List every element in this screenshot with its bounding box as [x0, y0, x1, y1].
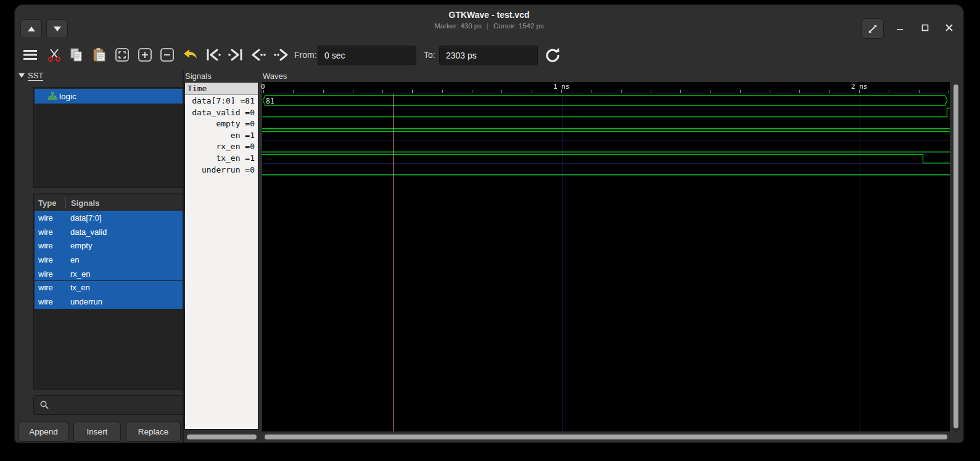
skip-to-end-icon: [228, 48, 244, 62]
gtkwave-window: GTKWave - test.vcd Marker: 430 ps|Cursor…: [15, 5, 963, 443]
signals-table: Type Signals wiredata[7:0] wiredata_vali…: [33, 194, 197, 390]
insert-button[interactable]: Insert: [73, 422, 121, 442]
window-title: GTKWave - test.vcd: [15, 10, 963, 20]
replace-button[interactable]: Replace: [126, 422, 181, 442]
table-row[interactable]: wiredata_valid: [35, 225, 196, 239]
screenshot-stage: GTKWave - test.vcd Marker: 430 ps|Cursor…: [0, 0, 980, 461]
column-header-signals[interactable]: Signals: [66, 198, 99, 208]
reload-button[interactable]: [543, 45, 562, 65]
trace-data-bus: [263, 96, 947, 105]
step-back-icon: [250, 48, 266, 62]
wave-timebar[interactable]: 0 1 ns 2 ns: [262, 82, 950, 94]
reload-icon: [545, 47, 560, 62]
window-status: Marker: 430 ps|Cursor: 1542 ps: [15, 22, 963, 30]
zoom-fit-button[interactable]: [113, 45, 131, 65]
signal-value-row[interactable]: rx_en =0: [185, 141, 258, 153]
tree-item-logic[interactable]: logic: [35, 89, 196, 104]
signal-value-row[interactable]: data[7:0] =81: [185, 96, 258, 107]
tree-item-label: logic: [59, 92, 76, 101]
signal-value-row[interactable]: en =1: [185, 130, 258, 142]
copy-button[interactable]: [67, 45, 86, 65]
to-input[interactable]: [439, 46, 538, 65]
table-row[interactable]: wirerx_en: [35, 267, 196, 281]
table-row[interactable]: wiretx_en: [35, 281, 196, 295]
sst-label: SST: [28, 71, 43, 80]
signal-value-row[interactable]: underrun =0: [185, 165, 258, 176]
panel-divider-left[interactable]: [183, 70, 184, 443]
waves-area[interactable]: 0 1 ns 2 ns: [262, 82, 950, 431]
menu-button[interactable]: [21, 45, 39, 65]
waves-panel-label: Waves: [263, 71, 287, 81]
waves-vscrollbar-thumb[interactable]: [953, 84, 958, 428]
bus-value-label: 81: [266, 97, 274, 105]
from-input[interactable]: [318, 46, 416, 65]
copy-icon: [69, 47, 84, 62]
timebar-ticks: [263, 90, 950, 93]
signals-panel-label: Signals: [185, 71, 212, 81]
wave-canvas[interactable]: 81: [262, 94, 950, 431]
signals-hscrollbar-thumb[interactable]: [187, 434, 257, 439]
scissors-icon: [47, 47, 62, 62]
waves-hscrollbar-thumb[interactable]: [265, 434, 947, 439]
maximize-icon: [921, 24, 929, 31]
table-row[interactable]: wireunderrun: [35, 295, 196, 309]
search-input[interactable]: [54, 400, 192, 410]
search-icon: [40, 401, 49, 409]
trace-data-valid: [262, 108, 950, 117]
maximize-button[interactable]: [916, 18, 934, 37]
zoom-in-icon: [138, 47, 152, 62]
zoom-in-button[interactable]: [136, 45, 154, 65]
step-forward-button[interactable]: [272, 45, 290, 65]
paste-icon: [92, 47, 107, 62]
table-row[interactable]: wiredata[7:0]: [35, 211, 196, 225]
menu-icon: [23, 50, 37, 60]
zoom-out-button[interactable]: [158, 45, 176, 65]
close-button[interactable]: [940, 18, 958, 37]
status-separator: |: [487, 22, 488, 30]
titlebar: GTKWave - test.vcd Marker: 430 ps|Cursor…: [15, 5, 963, 39]
waves-hscrollbar[interactable]: [262, 433, 950, 441]
cut-button[interactable]: [45, 45, 64, 65]
wave-traces: [262, 96, 950, 175]
undo-icon: [182, 48, 198, 62]
minimize-icon: [896, 24, 904, 31]
skip-to-start-button[interactable]: [204, 45, 223, 65]
toolbar: From: To:: [15, 39, 963, 70]
signals-table-header[interactable]: Type Signals: [35, 195, 196, 211]
signals-hscrollbar[interactable]: [186, 433, 258, 441]
skip-to-start-icon: [205, 48, 221, 62]
sst-header: SST: [19, 71, 43, 80]
expander-triangle-icon[interactable]: [19, 73, 25, 78]
trace-tx-en: [262, 155, 950, 163]
step-forward-icon: [273, 48, 289, 62]
signal-value-row[interactable]: data_valid =0: [185, 107, 258, 119]
close-icon: [945, 24, 953, 31]
zoom-fit-icon: [115, 47, 130, 62]
expand-icon: [868, 24, 878, 34]
signals-values-panel[interactable]: Time data[7:0] =81 data_valid =0 empty =…: [184, 82, 258, 430]
paste-button[interactable]: [90, 45, 109, 65]
column-header-type[interactable]: Type: [35, 198, 65, 208]
minimize-button[interactable]: [891, 18, 909, 37]
waves-vscrollbar[interactable]: [952, 83, 960, 432]
step-back-button[interactable]: [249, 45, 268, 65]
cursor-status: Cursor: 1542 ps: [493, 22, 544, 30]
from-label: From:: [294, 50, 317, 60]
signal-value-row[interactable]: empty =0: [185, 118, 258, 130]
zoom-out-icon: [160, 47, 175, 62]
fullscreen-button[interactable]: [862, 18, 884, 39]
skip-to-end-button[interactable]: [226, 45, 245, 65]
signal-search-box[interactable]: [33, 395, 197, 415]
marker-status: Marker: 430 ps: [434, 22, 482, 30]
undo-button[interactable]: [181, 45, 199, 65]
table-row[interactable]: wireempty: [35, 239, 196, 253]
sst-tree[interactable]: logic: [33, 87, 197, 188]
to-label: To:: [424, 50, 435, 60]
table-row[interactable]: wireen: [35, 253, 196, 267]
time-header[interactable]: Time: [185, 83, 258, 95]
hierarchy-icon: [48, 92, 57, 100]
signal-value-row[interactable]: tx_en =1: [185, 153, 258, 165]
append-button[interactable]: Append: [19, 422, 68, 442]
